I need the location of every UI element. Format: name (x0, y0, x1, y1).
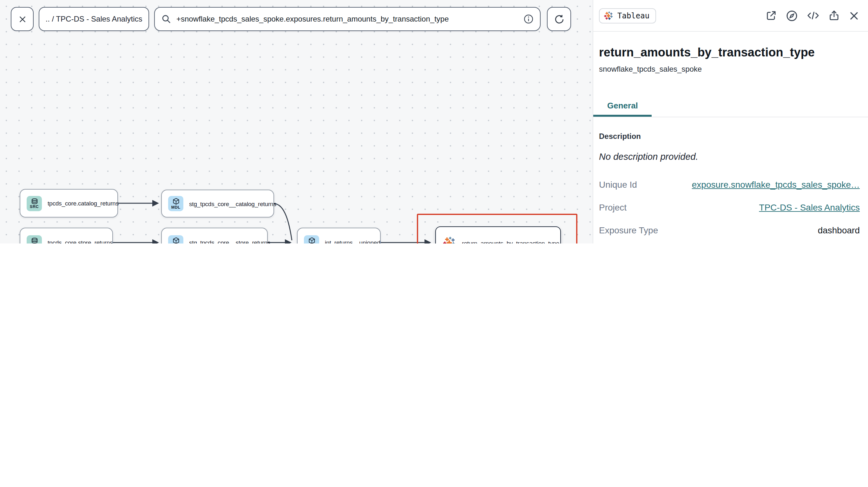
database-icon (31, 198, 38, 204)
lineage-search-input[interactable]: +snowflake_tpcds_sales_spoke.exposures.r… (154, 7, 540, 31)
node-label: int_returns__unioned (325, 239, 380, 244)
cube-icon (172, 237, 179, 244)
badge-label: MDL (171, 205, 181, 209)
field-row-exposure-type: Exposure Type dashboard (599, 219, 860, 241)
panel-tabs: General (593, 96, 868, 117)
node-label: stg_tpcds_core__catalog_returns (189, 200, 276, 207)
field-row-unique-id: Unique Id exposure.snowflake_tpcds_sales… (599, 173, 860, 196)
description-heading: Description (599, 132, 860, 141)
node-label: tpcds_core.store_returns (48, 239, 113, 244)
close-panel-icon[interactable] (848, 10, 860, 21)
badge-label: SRC (30, 204, 39, 208)
exposure-type-value: dashboard (818, 225, 860, 235)
node-label: tpcds_core.catalog_returns (48, 200, 119, 207)
model-badge: MDL (168, 196, 183, 211)
panel-title: return_amounts_by_transaction_type (599, 45, 860, 60)
details-panel: Tableau return_amounts_by_transaction_ty… (593, 0, 868, 244)
refresh-icon (554, 13, 564, 24)
lineage-node-stg-tpcds-core-store-returns[interactable]: MDL stg_tpcds_core__store_returns (161, 228, 268, 244)
open-in-new-icon[interactable] (765, 9, 777, 22)
lineage-node-int-returns-unioned[interactable]: MDL int_returns__unioned (297, 228, 381, 244)
tableau-icon (603, 10, 614, 21)
lineage-node-stg-tpcds-core-catalog-returns[interactable]: MDL stg_tpcds_core__catalog_returns (161, 190, 274, 218)
search-icon (161, 14, 171, 24)
panel-subtitle: snowflake_tpcds_sales_spoke (599, 65, 860, 73)
model-badge: MDL (168, 235, 183, 244)
explore-compass-icon[interactable] (785, 9, 798, 22)
tableau-icon (442, 236, 456, 244)
node-label: stg_tpcds_core__store_returns (189, 239, 270, 244)
lineage-node-tpcds-core-catalog-returns[interactable]: SRC tpcds_core.catalog_returns (20, 189, 118, 218)
project-link[interactable]: TPC-DS - Sales Analytics (759, 202, 860, 213)
panel-header: Tableau (593, 0, 868, 31)
badge-label: SRC (30, 243, 39, 244)
share-icon[interactable] (828, 9, 840, 22)
panel-header-actions (765, 9, 860, 22)
search-value: +snowflake_tpcds_sales_spoke.exposures.r… (176, 14, 518, 24)
cube-icon (172, 198, 179, 205)
lineage-canvas[interactable]: SRC tpcds_core.catalog_returns SRC tpcds… (0, 0, 593, 244)
source-badge: SRC (27, 196, 42, 211)
field-row-owner-email: Owner Email partner_engineering@dbtlabs.… (599, 241, 860, 244)
lineage-node-tpcds-core-store-returns[interactable]: SRC tpcds_core.store_returns (20, 228, 113, 244)
breadcrumb[interactable]: .. / TPC-DS - Sales Analytics (39, 7, 149, 31)
close-icon (18, 14, 27, 24)
panel-header-divider (593, 31, 868, 32)
refresh-lineage-button[interactable] (547, 7, 571, 31)
source-badge: SRC (27, 235, 42, 244)
edge-stgcatalog-to-int (274, 203, 292, 240)
lineage-node-return-amounts-by-transaction-type[interactable]: return_amounts_by_transaction_type (435, 226, 561, 244)
close-lineage-button[interactable] (11, 7, 34, 31)
breadcrumb-label: .. / TPC-DS - Sales Analytics (46, 14, 143, 24)
code-icon[interactable] (806, 9, 820, 22)
tab-general[interactable]: General (593, 96, 652, 117)
model-badge: MDL (304, 235, 319, 244)
field-row-project: Project TPC-DS - Sales Analytics (599, 196, 860, 219)
info-icon[interactable] (524, 14, 534, 24)
integration-badge-label: Tableau (617, 11, 649, 20)
node-label: return_amounts_by_transaction_type (462, 239, 559, 244)
cube-icon (308, 237, 315, 244)
description-empty-text: No description provided. (599, 152, 860, 162)
database-icon (31, 237, 38, 243)
unique-id-link[interactable]: exposure.snowflake_tpcds_sales_spoke… (692, 180, 860, 190)
metadata-fields: Unique Id exposure.snowflake_tpcds_sales… (599, 173, 860, 244)
tableau-badge[interactable]: Tableau (599, 8, 656, 23)
